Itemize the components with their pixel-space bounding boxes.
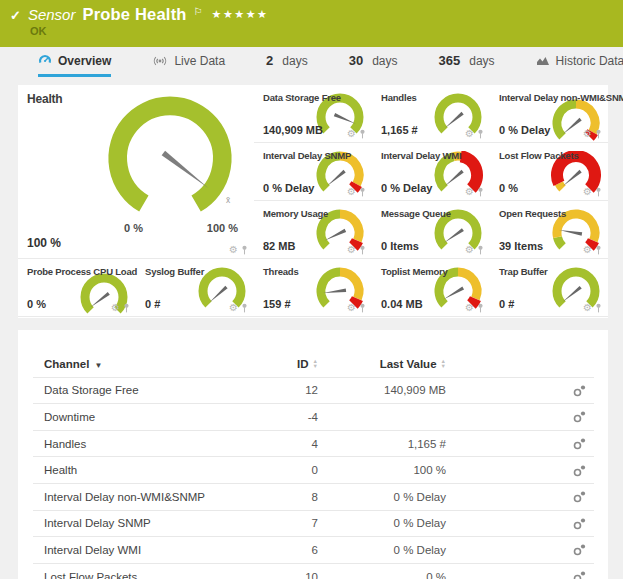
column-header-last-value[interactable]: Last Value▲▼: [318, 358, 446, 370]
gauge-title: Toplist Memory: [381, 266, 448, 277]
gauge-value: 0.04 MB: [381, 298, 423, 310]
table-row-data-storage-free[interactable]: Data Storage Free12140,909 MB: [33, 378, 594, 405]
gauge-value: 82 MB: [263, 240, 295, 252]
gear-icon[interactable]: ⚙: [465, 129, 474, 139]
tab-historic-data[interactable]: Historic Data: [536, 47, 623, 77]
pin-icon[interactable]: [359, 245, 366, 255]
cell-id: -4: [258, 411, 318, 423]
pin-icon[interactable]: [595, 129, 602, 139]
gauge-title: Interval Delay SNMP: [263, 150, 351, 161]
tab-overview[interactable]: Overview: [38, 47, 111, 77]
gauge-cell-memory-usage: Memory Usage82 MB⚙: [254, 201, 372, 259]
pin-icon[interactable]: [359, 187, 366, 197]
pin-icon[interactable]: [241, 303, 248, 313]
tab-label: Overview: [58, 54, 111, 68]
gauge-grid: Health x̄ 0 % 100 % 100 % ⚙ Data Storage…: [18, 85, 608, 318]
sort-icons: ▲▼: [441, 359, 446, 368]
channel-settings-icon[interactable]: [573, 464, 586, 477]
channel-settings-icon[interactable]: [573, 517, 586, 530]
gauge-cell-health: Health x̄ 0 % 100 % 100 % ⚙: [18, 85, 254, 259]
cell-last-value: 140,909 MB: [318, 384, 446, 396]
sensor-status: OK: [0, 24, 623, 37]
gauge-interval-delay-non-wmi-snmp[interactable]: [548, 99, 604, 149]
pin-icon[interactable]: [595, 303, 602, 313]
channel-settings-icon[interactable]: [573, 490, 586, 503]
gauge-cell-lost-flow-packets: Lost Flow Packets0 %⚙: [490, 143, 608, 201]
pin-icon[interactable]: [477, 303, 484, 313]
tab-2-days[interactable]: 2 days: [266, 47, 308, 77]
gear-icon[interactable]: ⚙: [583, 245, 592, 255]
gear-icon[interactable]: ⚙: [347, 303, 356, 313]
pin-icon[interactable]: [477, 129, 484, 139]
table-row-lost-flow-packets[interactable]: Lost Flow Packets100 %: [33, 564, 594, 579]
gauge-cell-threads: Threads159 #⚙: [254, 259, 372, 317]
table-row-handles[interactable]: Handles41,165 #: [33, 431, 594, 458]
gauge-value: 0 #: [145, 298, 160, 310]
tab-bar: Overview Live Data 2 days 30 days 365 da…: [0, 47, 623, 77]
gear-icon[interactable]: ⚙: [347, 245, 356, 255]
pin-icon[interactable]: [359, 303, 366, 313]
pin-icon[interactable]: [241, 245, 248, 255]
gauge-value: 0 % Delay: [381, 182, 432, 194]
gauge-cell-icons: ⚙: [583, 245, 602, 255]
gear-icon[interactable]: ⚙: [229, 245, 238, 255]
gear-icon[interactable]: ⚙: [583, 187, 592, 197]
column-header-channel[interactable]: Channel▼: [33, 358, 258, 370]
gauge-cell-interval-delay-snmp: Interval Delay SNMP0 % Delay⚙: [254, 143, 372, 201]
pin-icon[interactable]: [477, 187, 484, 197]
channel-settings-icon[interactable]: [573, 384, 586, 397]
channel-settings-icon[interactable]: [573, 437, 586, 450]
pin-icon[interactable]: [123, 303, 130, 313]
cell-last-value: 100 %: [318, 464, 446, 476]
pin-icon[interactable]: [595, 187, 602, 197]
table-row-downtime[interactable]: Downtime-4: [33, 404, 594, 431]
table-row-interval-delay-non-wmi-snmp[interactable]: Interval Delay non-WMI&SNMP80 % Delay: [33, 484, 594, 511]
gauge-cell-syslog-buffer: Syslog Buffer0 #⚙: [136, 259, 254, 317]
gauge-cell-trap-buffer: Trap Buffer0 #⚙: [490, 259, 608, 317]
channel-settings-icon[interactable]: [573, 410, 586, 423]
gauge-probe-process-cpu-load[interactable]: [76, 273, 132, 323]
sort-desc-icon: ▼: [94, 361, 102, 370]
tab-live-data[interactable]: Live Data: [152, 47, 225, 77]
gear-icon[interactable]: ⚙: [465, 187, 474, 197]
gauge-value: 1,165 #: [381, 124, 418, 136]
pin-icon[interactable]: [359, 129, 366, 139]
tab-365-days[interactable]: 365 days: [439, 47, 495, 77]
gauge-health[interactable]: x̄: [100, 91, 240, 231]
gear-icon[interactable]: ⚙: [229, 303, 238, 313]
column-header-id[interactable]: ID▲▼: [258, 358, 318, 370]
channel-settings-icon[interactable]: [573, 570, 586, 579]
channels-table: Channel▼ ID▲▼ Last Value▲▼ Data Storage …: [33, 351, 594, 579]
gauge-title: Memory Usage: [263, 208, 328, 219]
priority-stars[interactable]: ★★★★★: [212, 8, 269, 21]
channel-settings-icon[interactable]: [573, 543, 586, 556]
gauge-cell-icons: ⚙: [465, 245, 484, 255]
status-ok-icon: ✓: [10, 8, 21, 23]
gear-icon[interactable]: ⚙: [583, 129, 592, 139]
cell-channel: Handles: [33, 438, 258, 450]
cell-channel: Downtime: [33, 411, 258, 423]
sensor-header: ✓ Sensor Probe Health ⚐ ★★★★★ OK: [0, 0, 623, 47]
gauge-value: 159 #: [263, 298, 291, 310]
pin-icon[interactable]: [477, 245, 484, 255]
table-row-health[interactable]: Health0100 %: [33, 457, 594, 484]
gear-icon[interactable]: ⚙: [347, 187, 356, 197]
channels-panel: Channel▼ ID▲▼ Last Value▲▼ Data Storage …: [18, 330, 608, 579]
gear-icon[interactable]: ⚙: [465, 303, 474, 313]
tab-number: 2: [266, 53, 273, 68]
gauge-cell-icons: ⚙: [465, 129, 484, 139]
gauge-cell-icons: ⚙: [111, 303, 130, 313]
gauge-title: Interval Delay WMI: [381, 150, 461, 161]
flag-icon[interactable]: ⚐: [194, 6, 203, 17]
gear-icon[interactable]: ⚙: [111, 303, 120, 313]
table-row-interval-delay-snmp[interactable]: Interval Delay SNMP70 % Delay: [33, 511, 594, 538]
gear-icon[interactable]: ⚙: [347, 129, 356, 139]
gauge-cell-icons: ⚙: [583, 187, 602, 197]
gauge-cell-icons: ⚙: [347, 303, 366, 313]
cell-channel: Health: [33, 464, 258, 476]
table-row-interval-delay-wmi[interactable]: Interval Delay WMI60 % Delay: [33, 537, 594, 564]
tab-30-days[interactable]: 30 days: [349, 47, 398, 77]
pin-icon[interactable]: [595, 245, 602, 255]
gear-icon[interactable]: ⚙: [583, 303, 592, 313]
gear-icon[interactable]: ⚙: [465, 245, 474, 255]
